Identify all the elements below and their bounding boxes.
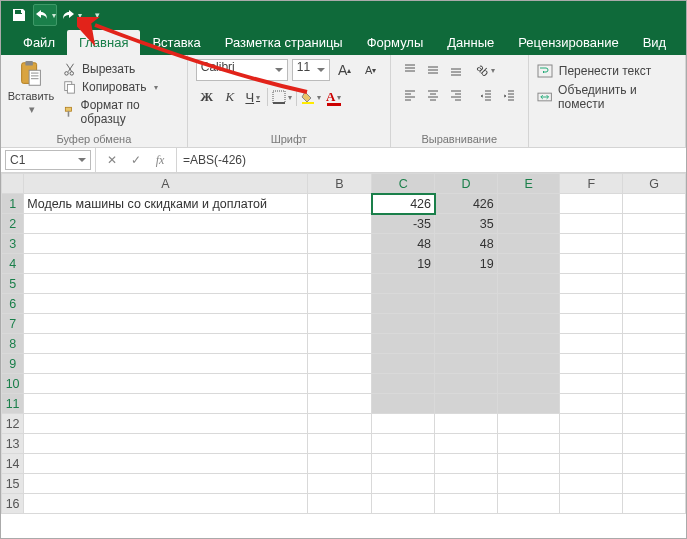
row-header[interactable]: 11: [2, 394, 24, 414]
cell[interactable]: [372, 414, 435, 434]
cell[interactable]: [307, 274, 372, 294]
cell[interactable]: [497, 194, 560, 214]
col-header-D[interactable]: D: [435, 174, 498, 194]
cell[interactable]: [623, 294, 686, 314]
cell[interactable]: [435, 354, 498, 374]
row-header[interactable]: 1: [2, 194, 24, 214]
cell[interactable]: [435, 414, 498, 434]
cell[interactable]: [24, 274, 307, 294]
name-box[interactable]: C1: [5, 150, 91, 170]
cell[interactable]: Модель машины со скидками и доплатой: [24, 194, 307, 214]
cell[interactable]: [307, 494, 372, 514]
cell[interactable]: [560, 314, 623, 334]
increase-indent-button[interactable]: [498, 84, 520, 106]
row-header[interactable]: 16: [2, 494, 24, 514]
row-header[interactable]: 10: [2, 374, 24, 394]
spreadsheet-grid[interactable]: A B C D E F G 1Модель машины со скидками…: [1, 173, 686, 514]
cell[interactable]: [623, 414, 686, 434]
cell[interactable]: 35: [435, 214, 498, 234]
cell[interactable]: [435, 474, 498, 494]
cell[interactable]: [560, 294, 623, 314]
tab-review[interactable]: Рецензирование: [506, 30, 630, 55]
cell[interactable]: [623, 434, 686, 454]
cell[interactable]: [24, 214, 307, 234]
cell[interactable]: [24, 374, 307, 394]
align-bottom-button[interactable]: [445, 59, 467, 81]
font-size-select[interactable]: 11: [292, 59, 330, 81]
tab-formulas[interactable]: Формулы: [355, 30, 436, 55]
tab-view[interactable]: Вид: [631, 30, 679, 55]
cell[interactable]: [497, 314, 560, 334]
formula-input[interactable]: =ABS(-426): [177, 153, 686, 167]
cell[interactable]: [307, 254, 372, 274]
underline-button[interactable]: Ч▾: [242, 86, 264, 108]
row-header[interactable]: 2: [2, 214, 24, 234]
row-header[interactable]: 7: [2, 314, 24, 334]
cell[interactable]: [623, 474, 686, 494]
cell[interactable]: [372, 494, 435, 514]
cell[interactable]: [24, 494, 307, 514]
cell[interactable]: [560, 414, 623, 434]
cell[interactable]: [623, 254, 686, 274]
cell[interactable]: [623, 354, 686, 374]
col-header-G[interactable]: G: [623, 174, 686, 194]
undo-button[interactable]: ▾: [33, 4, 57, 26]
cell[interactable]: 48: [372, 234, 435, 254]
cell[interactable]: [24, 394, 307, 414]
cell[interactable]: [435, 494, 498, 514]
col-header-E[interactable]: E: [497, 174, 560, 194]
merge-cells-button[interactable]: Объединить и помести: [537, 83, 681, 111]
align-right-button[interactable]: [445, 84, 467, 106]
cell[interactable]: [560, 194, 623, 214]
cell[interactable]: [435, 434, 498, 454]
fill-color-button[interactable]: ▾: [300, 86, 322, 108]
cell[interactable]: [307, 294, 372, 314]
tab-home[interactable]: Главная: [67, 30, 140, 55]
cell[interactable]: [307, 374, 372, 394]
tab-file[interactable]: Файл: [11, 30, 67, 55]
cell[interactable]: [372, 274, 435, 294]
cell[interactable]: [623, 494, 686, 514]
tab-data[interactable]: Данные: [435, 30, 506, 55]
select-all-corner[interactable]: [2, 174, 24, 194]
col-header-B[interactable]: B: [307, 174, 372, 194]
cell[interactable]: [435, 274, 498, 294]
cell[interactable]: [623, 194, 686, 214]
cell[interactable]: [623, 394, 686, 414]
grow-font-button[interactable]: A▴: [334, 59, 356, 81]
cell[interactable]: [307, 214, 372, 234]
redo-button[interactable]: ▾: [59, 4, 83, 26]
cell[interactable]: [497, 374, 560, 394]
cell[interactable]: [497, 294, 560, 314]
cell[interactable]: [372, 354, 435, 374]
tab-insert[interactable]: Вставка: [140, 30, 212, 55]
cell[interactable]: [307, 434, 372, 454]
row-header[interactable]: 6: [2, 294, 24, 314]
cell[interactable]: [497, 454, 560, 474]
cell[interactable]: [24, 474, 307, 494]
row-header[interactable]: 8: [2, 334, 24, 354]
cell[interactable]: [24, 314, 307, 334]
cell[interactable]: [307, 394, 372, 414]
cell[interactable]: [307, 314, 372, 334]
cell[interactable]: [372, 374, 435, 394]
italic-button[interactable]: К: [219, 86, 241, 108]
cell[interactable]: [372, 474, 435, 494]
enter-formula-button[interactable]: ✓: [126, 148, 146, 172]
row-header[interactable]: 14: [2, 454, 24, 474]
cell[interactable]: 48: [435, 234, 498, 254]
cell[interactable]: [435, 374, 498, 394]
cell[interactable]: 426: [372, 194, 435, 214]
cell[interactable]: [560, 494, 623, 514]
qat-customize[interactable]: ▾: [85, 4, 109, 26]
align-center-button[interactable]: [422, 84, 444, 106]
cell[interactable]: [497, 434, 560, 454]
cell[interactable]: [560, 274, 623, 294]
align-left-button[interactable]: [399, 84, 421, 106]
cell[interactable]: [560, 214, 623, 234]
row-header[interactable]: 15: [2, 474, 24, 494]
cell[interactable]: [560, 474, 623, 494]
wrap-text-button[interactable]: Перенести текст: [537, 63, 681, 79]
cell[interactable]: [560, 234, 623, 254]
cell[interactable]: [497, 254, 560, 274]
